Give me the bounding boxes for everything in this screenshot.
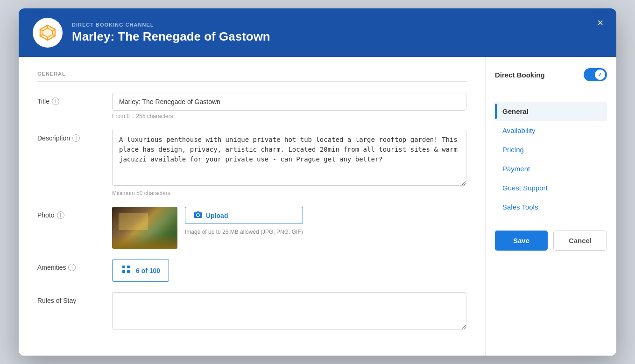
sidebar: Direct Booking ✓ GeneralAvailabilityPric… — [486, 57, 616, 356]
amenities-row: Amenities i 6 of 100 — [37, 259, 466, 282]
title-info-icon[interactable]: i — [52, 98, 59, 105]
sidebar-item-availability[interactable]: Availability — [495, 121, 607, 140]
main-form: GENERAL Title i From 8 .. 255 characters… — [19, 57, 486, 356]
channel-label: DIRECT BOOKING CHANNEL — [72, 22, 602, 28]
title-hint: From 8 .. 255 characters. — [112, 113, 466, 119]
check-icon: ✓ — [598, 71, 602, 78]
photo-control-wrap: Upload Image of up to 25 MB allowed (JPG… — [112, 207, 466, 249]
photo-info-icon[interactable]: i — [57, 211, 64, 219]
section-label: GENERAL — [37, 71, 466, 82]
amenities-icon — [121, 264, 131, 277]
amenities-label: Amenities i — [37, 259, 112, 271]
rules-label: Rules of Stay — [37, 292, 112, 304]
sidebar-item-sales-tools[interactable]: Sales Tools — [495, 197, 607, 217]
sidebar-item-general[interactable]: General — [495, 102, 607, 121]
upload-button[interactable]: Upload — [185, 207, 303, 224]
photo-hint: Image of up to 25 MB allowed (JPG, PNG, … — [185, 229, 303, 235]
description-textarea[interactable]: A luxurious penthouse with unique privat… — [112, 130, 466, 186]
header-text: DIRECT BOOKING CHANNEL Marley: The Reneg… — [72, 22, 602, 44]
cancel-button[interactable]: Cancel — [553, 231, 607, 251]
description-control-wrap: A luxurious penthouse with unique privat… — [112, 130, 466, 196]
sidebar-item-pricing[interactable]: Pricing — [495, 140, 607, 159]
svg-rect-11 — [127, 266, 130, 268]
direct-booking-label: Direct Booking — [495, 71, 545, 79]
camera-icon — [194, 211, 202, 220]
description-label: Description i — [37, 130, 112, 142]
svg-rect-13 — [127, 270, 130, 273]
modal-header: DIRECT BOOKING CHANNEL Marley: The Reneg… — [19, 8, 616, 57]
modal-title: Marley: The Renegade of Gastown — [72, 29, 602, 44]
title-control-wrap: From 8 .. 255 characters. — [112, 93, 466, 119]
svg-point-9 — [197, 214, 199, 217]
modal-dialog: DIRECT BOOKING CHANNEL Marley: The Reneg… — [19, 8, 616, 356]
title-input[interactable] — [112, 93, 466, 111]
title-row: Title i From 8 .. 255 characters. — [37, 93, 466, 119]
photo-right: Upload Image of up to 25 MB allowed (JPG… — [185, 207, 303, 235]
nav-items: GeneralAvailabilityPricingPaymentGuest S… — [495, 102, 607, 217]
rules-row: Rules of Stay — [37, 292, 466, 331]
rules-textarea[interactable] — [112, 292, 466, 329]
description-row: Description i A luxurious penthouse with… — [37, 130, 466, 196]
toggle-knob: ✓ — [595, 70, 605, 80]
sidebar-actions: Save Cancel — [495, 231, 607, 251]
photo-area: Upload Image of up to 25 MB allowed (JPG… — [112, 207, 466, 249]
direct-booking-toggle[interactable]: ✓ — [584, 68, 607, 81]
amenities-control-wrap: 6 of 100 — [112, 259, 466, 282]
amenities-button[interactable]: 6 of 100 — [112, 259, 169, 282]
upload-label: Upload — [206, 212, 228, 219]
photo-thumbnail — [112, 207, 177, 249]
description-hint: Minimum 50 characters. — [112, 190, 466, 196]
save-button[interactable]: Save — [495, 231, 548, 251]
sidebar-item-guest-support[interactable]: Guest Support — [495, 178, 607, 197]
photo-row: Photo i — [37, 207, 466, 249]
rules-control-wrap — [112, 292, 466, 331]
photo-label: Photo i — [37, 207, 112, 219]
amenities-count: 6 of 100 — [136, 267, 160, 274]
sidebar-item-payment[interactable]: Payment — [495, 159, 607, 178]
svg-rect-12 — [122, 270, 125, 273]
modal-body: GENERAL Title i From 8 .. 255 characters… — [19, 57, 616, 356]
amenities-info-icon[interactable]: i — [68, 264, 76, 271]
title-label: Title i — [37, 93, 112, 105]
brand-logo — [33, 18, 63, 48]
svg-rect-10 — [122, 266, 125, 268]
description-info-icon[interactable]: i — [72, 134, 80, 142]
close-button[interactable]: × — [593, 16, 607, 30]
direct-booking-row: Direct Booking ✓ — [495, 68, 607, 91]
